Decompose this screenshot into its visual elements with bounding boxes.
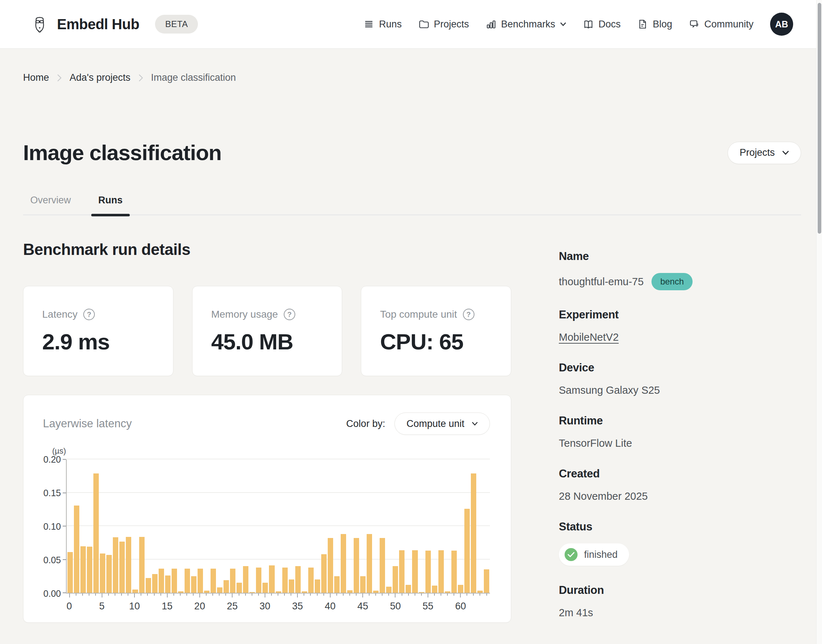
bar-37[interactable] bbox=[308, 567, 314, 593]
bar-33[interactable] bbox=[282, 567, 288, 593]
bar-60[interactable] bbox=[458, 585, 463, 593]
x-tick bbox=[239, 593, 239, 596]
bar-50[interactable] bbox=[393, 566, 398, 593]
bar-17[interactable] bbox=[178, 591, 184, 593]
bar-8[interactable] bbox=[119, 541, 125, 593]
scrollbar-thumb[interactable] bbox=[818, 3, 821, 234]
bar-44[interactable] bbox=[354, 538, 359, 593]
bar-24[interactable] bbox=[223, 580, 229, 593]
bar-7[interactable] bbox=[113, 537, 118, 593]
bar-58[interactable] bbox=[445, 591, 450, 593]
bar-1[interactable] bbox=[74, 506, 79, 593]
bar-18[interactable] bbox=[185, 569, 190, 593]
chevron-down-icon bbox=[782, 150, 789, 155]
bar-27[interactable] bbox=[243, 566, 248, 593]
bar-57[interactable] bbox=[438, 550, 444, 593]
bar-54[interactable] bbox=[419, 592, 424, 593]
projects-dropdown-button[interactable]: Projects bbox=[727, 142, 801, 164]
nav-projects[interactable]: Projects bbox=[418, 19, 469, 30]
bar-34[interactable] bbox=[289, 580, 294, 593]
bar-61[interactable] bbox=[464, 509, 470, 593]
nav-runs[interactable]: Runs bbox=[363, 19, 402, 30]
metric-label: Memory usage bbox=[211, 309, 278, 320]
bar-30[interactable] bbox=[262, 583, 268, 593]
bar-63[interactable] bbox=[478, 590, 483, 593]
bars bbox=[67, 459, 490, 593]
created-value: 28 November 2025 bbox=[559, 491, 790, 502]
bar-47[interactable] bbox=[373, 590, 378, 593]
x-tick-label: 25 bbox=[227, 601, 237, 612]
experiment-link[interactable]: MobileNetV2 bbox=[559, 331, 790, 343]
x-tick bbox=[76, 593, 77, 596]
nav-docs[interactable]: Docs bbox=[583, 19, 621, 30]
bar-59[interactable] bbox=[452, 550, 457, 593]
bar-39[interactable] bbox=[321, 554, 327, 593]
bar-62[interactable] bbox=[471, 474, 476, 593]
bar-15[interactable] bbox=[165, 575, 170, 593]
bar-20[interactable] bbox=[197, 569, 203, 593]
bar-64[interactable] bbox=[484, 569, 489, 593]
bar-56[interactable] bbox=[432, 586, 437, 593]
bar-52[interactable] bbox=[406, 585, 411, 593]
brand-title: Embedl Hub bbox=[57, 16, 139, 32]
bar-21[interactable] bbox=[204, 590, 210, 593]
nav-community[interactable]: Community bbox=[689, 19, 753, 30]
x-tick bbox=[265, 593, 265, 598]
x-tick bbox=[180, 593, 181, 596]
bar-14[interactable] bbox=[159, 569, 164, 593]
bar-13[interactable] bbox=[152, 574, 158, 593]
bar-43[interactable] bbox=[347, 590, 353, 593]
bar-3[interactable] bbox=[87, 547, 92, 593]
scrollbar[interactable] bbox=[816, 0, 822, 644]
bar-31[interactable] bbox=[269, 566, 274, 593]
bar-32[interactable] bbox=[276, 591, 281, 593]
bar-9[interactable] bbox=[126, 537, 131, 593]
bar-0[interactable] bbox=[67, 552, 73, 593]
breadcrumb-home[interactable]: Home bbox=[23, 72, 49, 83]
bar-5[interactable] bbox=[100, 554, 105, 593]
help-icon[interactable]: ? bbox=[83, 309, 95, 320]
tab-runs[interactable]: Runs bbox=[91, 195, 130, 215]
bar-12[interactable] bbox=[145, 578, 151, 593]
bar-22[interactable] bbox=[211, 569, 216, 593]
bar-16[interactable] bbox=[171, 569, 177, 593]
bar-6[interactable] bbox=[106, 555, 112, 593]
bar-36[interactable] bbox=[302, 591, 307, 593]
bar-25[interactable] bbox=[230, 569, 236, 593]
help-icon[interactable]: ? bbox=[284, 309, 295, 320]
bar-2[interactable] bbox=[80, 546, 86, 593]
bar-35[interactable] bbox=[295, 566, 301, 593]
x-tick-label: 50 bbox=[390, 601, 401, 612]
bar-4[interactable] bbox=[93, 474, 99, 593]
bar-10[interactable] bbox=[132, 590, 138, 593]
x-tick-label: 40 bbox=[325, 601, 336, 612]
x-tick bbox=[486, 593, 487, 596]
bar-48[interactable] bbox=[380, 538, 385, 593]
nav-benchmarks[interactable]: Benchmarks bbox=[486, 19, 566, 30]
bar-40[interactable] bbox=[328, 538, 333, 593]
bar-28[interactable] bbox=[250, 592, 255, 593]
bar-42[interactable] bbox=[341, 534, 346, 593]
bar-51[interactable] bbox=[399, 550, 404, 593]
bar-46[interactable] bbox=[367, 534, 372, 593]
breadcrumb-project[interactable]: Ada's projects bbox=[70, 72, 130, 83]
bar-29[interactable] bbox=[256, 567, 262, 593]
bar-55[interactable] bbox=[426, 550, 431, 593]
color-by-select[interactable]: Compute unit bbox=[394, 412, 490, 435]
chevron-right-icon bbox=[138, 74, 143, 82]
bar-41[interactable] bbox=[334, 576, 340, 593]
bar-45[interactable] bbox=[360, 576, 366, 593]
brand[interactable]: Embedl Hub BETA bbox=[30, 15, 198, 34]
bar-19[interactable] bbox=[191, 576, 196, 593]
chevron-down-icon bbox=[560, 22, 566, 26]
bar-38[interactable] bbox=[315, 580, 320, 593]
tab-overview[interactable]: Overview bbox=[23, 195, 78, 215]
nav-blog[interactable]: Blog bbox=[637, 19, 672, 30]
help-icon[interactable]: ? bbox=[463, 309, 475, 320]
bar-53[interactable] bbox=[412, 550, 418, 593]
bar-23[interactable] bbox=[217, 587, 222, 593]
bar-26[interactable] bbox=[237, 583, 242, 593]
bar-11[interactable] bbox=[139, 537, 145, 593]
bar-49[interactable] bbox=[386, 587, 392, 593]
avatar[interactable]: AB bbox=[770, 12, 793, 36]
